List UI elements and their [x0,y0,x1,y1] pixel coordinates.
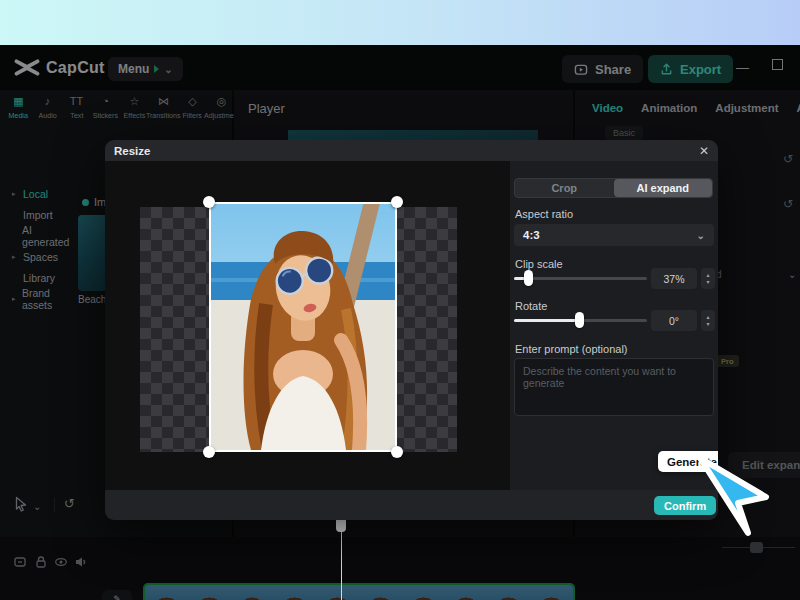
rotate-label: Rotate [515,300,547,312]
clip-scale-label: Clip scale [515,258,563,270]
step-down-icon[interactable]: ▾ [706,279,709,286]
rotate-value[interactable]: 0° [651,310,697,331]
crop-handle-bottom-left[interactable] [203,446,215,458]
prompt-input[interactable] [514,358,714,416]
step-up-icon[interactable]: ▴ [706,272,709,279]
prompt-label: Enter prompt (optional) [515,343,628,355]
modal-title: Resize [114,145,150,157]
clip-preview-image[interactable] [209,202,397,452]
crop-handle-bottom-right[interactable] [391,446,403,458]
ai-expand-tab[interactable]: AI expand [614,179,713,197]
aspect-ratio-label: Aspect ratio [515,208,573,220]
cursor-pointer-graphic [692,455,772,543]
step-down-icon[interactable]: ▾ [706,321,709,328]
modal-footer [105,490,718,520]
step-up-icon[interactable]: ▴ [706,314,709,321]
crop-handle-top-right[interactable] [391,196,403,208]
rotate-slider-thumb[interactable] [575,312,584,328]
rotate-slider[interactable] [514,319,647,322]
resize-modal: Resize ✕ [105,140,718,520]
close-icon[interactable]: ✕ [699,144,709,158]
aspect-ratio-value: 4:3 [523,229,540,241]
clip-scale-value[interactable]: 37% [651,268,697,289]
rotate-stepper[interactable]: ▴ ▾ [701,310,715,331]
clip-scale-slider[interactable] [514,277,647,280]
modal-header: Resize ✕ [105,140,718,161]
crop-tab[interactable]: Crop [515,179,614,197]
crop-handle-top-left[interactable] [203,196,215,208]
woman-beach-illustration [211,204,395,450]
aspect-ratio-select[interactable]: 4:3 ⌄ [514,224,714,246]
playhead-line [341,520,342,600]
resize-mode-switch: Crop AI expand [514,178,713,198]
clip-scale-stepper[interactable]: ▴ ▾ [701,268,715,289]
chevron-down-icon: ⌄ [697,230,705,241]
desktop: CapCut Menu ⌄ Share Export — ▦ Media [0,0,800,600]
clip-scale-slider-thumb[interactable] [524,270,533,286]
